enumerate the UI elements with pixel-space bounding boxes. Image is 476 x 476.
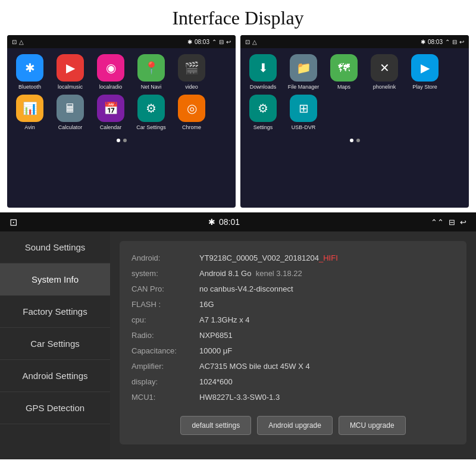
app-icon: 📊 [16, 95, 43, 122]
window-icon-2: ⊟ [452, 39, 457, 45]
app-item[interactable]: ⬇ Downloads [245, 54, 281, 90]
info-label: Capacitance: [131, 343, 197, 359]
chevron-up-icon-1: ⌃ [212, 39, 217, 45]
app-label: Downloads [250, 84, 277, 90]
buttons-row: default settingsAndroid upgradeMCU upgra… [131, 416, 455, 435]
app-label: phonelink [373, 84, 396, 90]
info-value: NXP6851 [199, 328, 233, 343]
bt-icon-1: ✱ [187, 39, 192, 45]
app-item[interactable]: ⊞ USB-DVR [286, 95, 321, 130]
app-item[interactable]: 📊 Avin [12, 95, 48, 130]
app-label: Play Store [412, 84, 437, 90]
app-icon: ◉ [97, 54, 124, 82]
app-item[interactable]: ▶ localmusic [52, 54, 88, 90]
app-item[interactable]: 📁 File Manager [286, 54, 321, 90]
car-home-icon[interactable]: ⊡ [10, 217, 17, 228]
app-icon: ⊞ [290, 95, 317, 122]
info-row: Radio:NXP6851 [131, 328, 455, 343]
app-item[interactable]: 🎬 video [174, 54, 209, 90]
app-icon: ⬇ [249, 54, 277, 82]
home-icon-1: ⊡ [12, 39, 17, 45]
triangle-icon-1: △ [19, 39, 24, 45]
info-label: Radio: [131, 328, 197, 343]
info-row: display:1024*600 [131, 374, 455, 390]
info-value: HW8227L-3.3-SW0-1.3 [199, 390, 280, 405]
info-label: display: [131, 374, 197, 390]
window-icon-1: ⊟ [219, 39, 224, 45]
info-value: AC7315 MOS bile duct 45W X 4 [199, 359, 310, 374]
info-label: FLASH : [131, 297, 197, 312]
app-item[interactable]: ⚙ Car Settings [133, 95, 169, 130]
app-label: Calendar [100, 124, 122, 130]
status-bar-2: ⊡ △ ✱ 08:03 ⌃ ⊟ ↩ [240, 35, 469, 48]
app-icon: ▶ [411, 54, 439, 82]
app-label: Maps [337, 84, 350, 90]
dot-3 [356, 139, 360, 142]
info-label: MCU1: [131, 390, 197, 405]
sidebar-item-factory-settings[interactable]: Factory Settings [0, 296, 110, 328]
app-item[interactable]: ◉ localradio [93, 54, 129, 90]
app-icon: ⚙ [249, 95, 277, 122]
chevron-up-icon-2: ⌃ [445, 39, 450, 45]
info-label: system: [131, 266, 197, 281]
sidebar-item-gps-detection[interactable]: GPS Detection [0, 392, 110, 424]
sidebar: Sound SettingsSystem InfoFactory Setting… [0, 231, 110, 459]
status-right-1: ✱ 08:03 ⌃ ⊟ ↩ [187, 39, 231, 45]
app-label: video [185, 84, 198, 90]
app-item[interactable]: 🗺 Maps [326, 54, 362, 90]
app-label: USB-DVR [292, 124, 316, 130]
car-time: 08:01 [219, 217, 240, 227]
app-item[interactable]: 📅 Calendar [93, 95, 129, 130]
info-value: 10000 μF [199, 343, 232, 359]
app-item[interactable]: ▶ Play Store [407, 54, 443, 90]
car-back-icon[interactable]: ↩ [460, 218, 466, 227]
bt-icon-2: ✱ [421, 39, 425, 45]
status-bar-1: ⊡ △ ✱ 08:03 ⌃ ⊟ ↩ [7, 35, 236, 48]
app-label: Bluetooth [18, 84, 41, 90]
car-status-center: ✱ 08:01 [208, 217, 240, 227]
app-item[interactable]: 📍 Net Navi [133, 54, 169, 90]
app-icon: 🗺 [330, 54, 358, 82]
car-status-right: ⌃⌃ ⊟ ↩ [431, 218, 466, 227]
car-panel: ⊡ ✱ 08:01 ⌃⌃ ⊟ ↩ Sound SettingsSystem In… [0, 212, 476, 459]
app-icon: ◎ [178, 95, 205, 122]
app-item[interactable]: 🖩 Calculator [52, 95, 88, 130]
action-button-default-settings[interactable]: default settings [180, 416, 251, 435]
back-icon-2: ↩ [459, 39, 464, 45]
action-button-android-upgrade[interactable]: Android upgrade [257, 416, 333, 435]
car-status-bar: ⊡ ✱ 08:01 ⌃⌃ ⊟ ↩ [0, 212, 476, 231]
car-chevron-icon: ⌃⌃ [431, 218, 444, 227]
app-icon: ✕ [371, 54, 398, 82]
info-row: CAN Pro:no canbus-V4.2-disconnect [131, 281, 455, 297]
app-label: Settings [253, 124, 273, 130]
car-content: Sound SettingsSystem InfoFactory Setting… [0, 231, 476, 459]
app-icon: 📅 [97, 95, 124, 122]
sidebar-item-car-settings[interactable]: Car Settings [0, 328, 110, 360]
dots-row-1 [7, 136, 236, 145]
info-label: Amplifier: [131, 359, 197, 374]
app-item[interactable]: ✱ Bluetooth [12, 54, 48, 90]
sidebar-item-sound-settings[interactable]: Sound Settings [0, 231, 110, 264]
car-bt-icon: ✱ [208, 217, 215, 227]
action-button-mcu-upgrade[interactable]: MCU upgrade [339, 416, 406, 435]
info-highlight: _HIFI [319, 253, 338, 262]
app-item[interactable]: ⚙ Settings [245, 95, 281, 130]
app-item[interactable]: ◎ Chrome [174, 95, 209, 130]
info-panel: Android:YT9218C_00005_V002_20181204_HIFI… [120, 241, 466, 444]
main-content: Android:YT9218C_00005_V002_20181204_HIFI… [110, 231, 476, 459]
home-icon-2: ⊡ [245, 39, 250, 45]
app-icon: ⚙ [137, 95, 165, 122]
info-value: A7 1.3GHz x 4 [199, 312, 250, 328]
app-item[interactable]: ✕ phonelink [367, 54, 402, 90]
time-2: 08:03 [428, 39, 443, 45]
info-value: 16G [199, 297, 214, 312]
sidebar-item-system-info[interactable]: System Info [0, 264, 110, 296]
dot-2 [123, 139, 127, 142]
app-label: localradio [99, 84, 123, 90]
app-icon: 🖩 [57, 95, 84, 122]
info-value: Android 8.1 Go kenel 3.18.22 [199, 266, 302, 281]
screenshots-row: ⊡ △ ✱ 08:03 ⌃ ⊟ ↩ ✱ Bluetooth ▶ localmus… [0, 35, 476, 208]
info-row: system:Android 8.1 Go kenel 3.18.22 [131, 266, 455, 281]
sidebar-item-android-settings[interactable]: Android Settings [0, 360, 110, 392]
app-label: Chrome [182, 124, 201, 130]
